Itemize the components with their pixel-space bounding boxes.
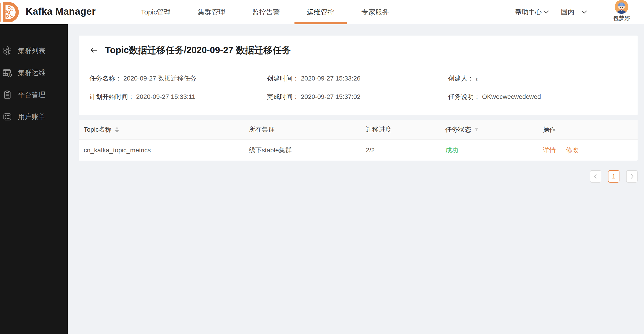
avatar [614, 0, 629, 14]
column-progress: 迁移进度 [366, 125, 446, 134]
sort-asc-icon [115, 127, 119, 129]
table-row: cn_kafka_topic_metrics 线下stable集群 2/2 成功… [79, 140, 638, 160]
column-status: 任务状态 [446, 125, 543, 134]
detail-task-description: 任务说明： OKwecwecwedcwed [448, 92, 627, 102]
page-title: Topic数据迁移任务/2020-09-27 数据迁移任务 [105, 44, 291, 56]
chevron-left-icon [593, 174, 598, 179]
sidebar-item-platform-management[interactable]: 平台管理 [0, 84, 68, 106]
nav-cluster-management[interactable]: 集群管理 [185, 0, 238, 24]
prev-page-button[interactable] [590, 170, 601, 182]
sort-desc-icon [115, 130, 119, 132]
region-dropdown[interactable]: 国内 [561, 0, 587, 24]
task-detail-card: Topic数据迁移任务/2020-09-27 数据迁移任务 任务名称： 2020… [79, 36, 638, 115]
pagination: 1 [68, 170, 638, 182]
detail-planned-start-time: 计划开始时间： 2020-09-27 15:33:11 [90, 92, 267, 102]
active-tab-indicator [294, 22, 347, 24]
nav-ops-control[interactable]: 运维管控 [294, 0, 347, 24]
page-1-button[interactable]: 1 [608, 170, 620, 182]
chevron-down-icon [581, 10, 587, 14]
billing-list-icon [2, 112, 12, 122]
column-cluster: 所在集群 [249, 125, 366, 134]
nav-monitoring-alerts[interactable]: 监控告警 [240, 0, 292, 24]
main-content: Topic数据迁移任务/2020-09-27 数据迁移任务 任务名称： 2020… [68, 24, 644, 334]
sidebar-item-user-billing[interactable]: 用户账单 [0, 106, 68, 128]
migration-table: Topic名称 所在集群 迁移进度 任务状态 [79, 120, 638, 160]
arrow-left-icon [90, 46, 98, 54]
detail-create-time: 创建时间： 2020-09-27 15:33:26 [267, 74, 448, 84]
detail-creator: 创建人： z [448, 74, 627, 84]
sidebar-item-cluster-list[interactable]: 集群列表 [0, 40, 68, 62]
app-title: Kafka Manager [26, 0, 96, 23]
back-button[interactable] [90, 46, 98, 54]
chevron-right-icon [629, 174, 634, 179]
column-actions: 操作 [543, 125, 638, 134]
clipboard-icon [2, 90, 12, 100]
detail-link[interactable]: 详情 [543, 146, 556, 154]
cell-topic-name: cn_kafka_topic_metrics [79, 146, 249, 154]
svg-text:$: $ [8, 73, 10, 76]
funnel-icon[interactable] [474, 127, 479, 132]
status-badge: 成功 [446, 146, 458, 154]
top-header: Kafka Manager Topic管理 集群管理 监控告警 运维管控 专家服… [0, 0, 644, 24]
kafka-manager-logo-icon [0, 2, 22, 23]
honeycomb-cluster-icon [2, 46, 12, 56]
table-header-row: Topic名称 所在集群 迁移进度 任务状态 [79, 120, 638, 140]
nav-topic-management[interactable]: Topic管理 [128, 0, 183, 24]
username: 包梦婷 [610, 14, 634, 22]
task-details: 任务名称： 2020-09-27 数据迁移任务 创建时间： 2020-09-27… [79, 63, 638, 102]
next-page-button[interactable] [626, 170, 638, 182]
edit-link[interactable]: 修改 [566, 146, 579, 154]
sidebar: 集群列表 $ 集群运维 [0, 24, 68, 334]
detail-task-name: 任务名称： 2020-09-27 数据迁移任务 [90, 74, 267, 84]
cell-progress: 2/2 [366, 146, 446, 154]
detail-finish-time: 完成时间： 2020-09-27 15:37:02 [267, 92, 448, 102]
chevron-down-icon [543, 10, 549, 14]
table-coin-icon: $ [2, 68, 12, 78]
nav-expert-service[interactable]: 专家服务 [349, 0, 401, 24]
user-menu[interactable]: 包梦婷 [610, 0, 634, 22]
sidebar-item-cluster-ops[interactable]: $ 集群运维 [0, 62, 68, 84]
cell-cluster: 线下stable集群 [249, 146, 366, 154]
help-center-dropdown[interactable]: 帮助中心 [515, 0, 549, 24]
caret-sorter-icon[interactable] [115, 127, 119, 132]
main-nav: Topic管理 集群管理 监控告警 运维管控 专家服务 [128, 0, 401, 24]
cell-status: 成功 [446, 146, 543, 154]
column-topic-name[interactable]: Topic名称 [79, 125, 249, 134]
cell-actions: 详情 修改 [543, 146, 638, 154]
